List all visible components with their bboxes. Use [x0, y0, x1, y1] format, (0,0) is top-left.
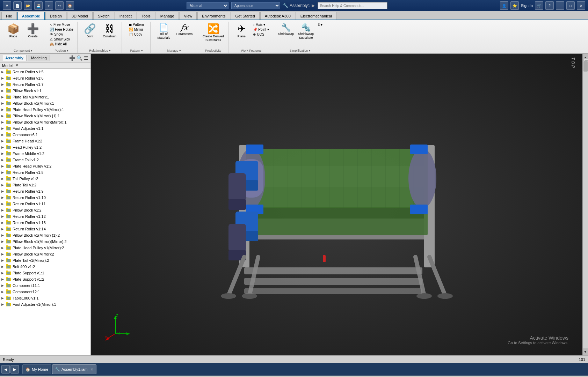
assembly-tab[interactable]: Assembly: [2, 55, 27, 61]
tree-expand-arrow[interactable]: ▶: [1, 83, 6, 86]
appearance-dropdown[interactable]: Appearance: [231, 2, 280, 9]
tree-expand-arrow[interactable]: ▶: [1, 183, 6, 187]
tree-expand-arrow[interactable]: ▶: [1, 215, 6, 218]
open-button[interactable]: 📂: [24, 1, 32, 10]
signin-label[interactable]: Sign In: [521, 3, 533, 8]
constrain-button[interactable]: ⛓ Constrain: [101, 22, 119, 39]
tree-expand-arrow[interactable]: ▶: [1, 284, 6, 287]
pattern-button[interactable]: ◼ Pattern: [128, 22, 145, 27]
tree-expand-arrow[interactable]: ▶: [1, 259, 6, 262]
tab-electromechanical[interactable]: Electromechanical: [296, 12, 336, 20]
tree-item[interactable]: ▶ Plate Head Pulley v1(Mirror):2: [0, 245, 90, 251]
copy-button[interactable]: 📋 Copy: [128, 32, 145, 37]
tree-item[interactable]: ▶ Pillow Block v1(Mirror) {1}:2: [0, 232, 90, 238]
tree-expand-arrow[interactable]: ▶: [1, 271, 6, 275]
tree-expand-arrow[interactable]: ▶: [1, 102, 6, 105]
create-button[interactable]: ➕ Create: [24, 22, 42, 39]
tab-manage[interactable]: Manage: [156, 12, 179, 20]
tree-item[interactable]: ▶ Component12:1: [0, 289, 90, 295]
sidebar-menu-button[interactable]: ☰: [84, 55, 88, 61]
close-button[interactable]: ✕: [577, 1, 585, 10]
tree-expand-arrow[interactable]: ▶: [1, 202, 6, 206]
tree-expand-arrow[interactable]: ▶: [1, 108, 6, 111]
tree-expand-arrow[interactable]: ▶: [1, 120, 6, 124]
tree-expand-arrow[interactable]: ▶: [1, 227, 6, 231]
taskbar-myhome[interactable]: 🏠 My Home: [22, 364, 51, 374]
tree-expand-arrow[interactable]: ▶: [1, 278, 6, 281]
tree-expand-arrow[interactable]: ▶: [1, 221, 6, 224]
tree-item[interactable]: ▶ Return Roller v1:9: [0, 188, 90, 194]
tree-expand-arrow[interactable]: ▶: [1, 240, 6, 243]
tree-expand-arrow[interactable]: ▶: [1, 164, 6, 168]
tree-item[interactable]: ▶ Pillow Block v1(Mirror)(Mirror):2: [0, 238, 90, 245]
cart-icon[interactable]: 🛒: [535, 1, 543, 10]
help-icon[interactable]: ?: [545, 1, 554, 10]
show-sick-button[interactable]: ⚠ Show Sick: [49, 37, 74, 42]
show-button[interactable]: 👁 Show: [49, 32, 74, 37]
tree-expand-arrow[interactable]: ▶: [1, 290, 6, 294]
tree-item[interactable]: ▶ Frame Head v1:2: [0, 138, 90, 144]
canvas-area[interactable]: Z X Y TOP Activate Windows Go to Sett: [91, 54, 582, 355]
tree-expand-arrow[interactable]: ▶: [1, 265, 6, 268]
tree-item[interactable]: ▶ Return Roller v1:13: [0, 220, 90, 226]
redo-button[interactable]: ↪: [55, 1, 64, 10]
tree-item[interactable]: ▶ Plate Head Pulley v1(Mirror):1: [0, 106, 90, 113]
scroll-track[interactable]: [583, 61, 588, 348]
bom-button[interactable]: 📄 Bill ofMaterials: [154, 22, 174, 40]
tab-design[interactable]: Design: [45, 12, 66, 20]
ucs-button[interactable]: ⊕ UCS: [252, 32, 270, 37]
tree-item[interactable]: ▶ Plate Support v1:1: [0, 270, 90, 276]
tree-item[interactable]: ▶ Return Roller v1:7: [0, 81, 90, 88]
tree-item[interactable]: ▶ Return Roller v1:10: [0, 194, 90, 201]
save-button[interactable]: 💾: [34, 1, 43, 10]
tree-item[interactable]: ▶ Return Roller v1:14: [0, 226, 90, 232]
tab-scroll-left[interactable]: ◀: [1, 365, 10, 374]
taskbar-assembly1[interactable]: 🔧 Assembly1.iam ✕: [52, 364, 96, 374]
tab-view[interactable]: View: [180, 12, 197, 20]
tree-expand-arrow[interactable]: ▶: [1, 133, 6, 136]
model-close-icon[interactable]: ✕: [15, 63, 19, 68]
undo-button[interactable]: ↩: [45, 1, 53, 10]
tab-inspect[interactable]: Inspect: [115, 12, 136, 20]
tree-expand-arrow[interactable]: ▶: [1, 190, 6, 193]
place-button[interactable]: 📦 Place: [4, 22, 22, 39]
tree-expand-arrow[interactable]: ▶: [1, 246, 6, 250]
user-icon[interactable]: 👤: [500, 1, 508, 10]
tree-item[interactable]: ▶ Pillow Block v1:1: [0, 88, 90, 94]
tab-file[interactable]: File: [1, 12, 17, 20]
tree-item[interactable]: ▶ Table1000 v1:1: [0, 295, 90, 301]
tree-item[interactable]: ▶ Return Roller v1:11: [0, 201, 90, 207]
new-button[interactable]: 📄: [13, 1, 22, 10]
tree-expand-arrow[interactable]: ▶: [1, 296, 6, 300]
shrinkwrap-button[interactable]: 🔧 Shrinkwrap: [277, 22, 295, 37]
tree-expand-arrow[interactable]: ▶: [1, 196, 6, 199]
tree-item[interactable]: ▶ Plate Tail v1(Mirror):1: [0, 94, 90, 100]
tab-scroll-right[interactable]: ▶: [10, 365, 19, 374]
tree-item[interactable]: ▶ Plate Tail v1(Mirror):2: [0, 257, 90, 264]
tree-expand-arrow[interactable]: ▶: [1, 70, 6, 74]
shrinkwrap-substitute-button[interactable]: 🔩 ShrinkwrapSubstitute: [297, 22, 315, 40]
create-derived-substitutes-button[interactable]: 🔀 Create DerivedSubstitutes: [201, 22, 226, 43]
scroll-thumb[interactable]: [583, 61, 588, 72]
free-move-button[interactable]: ↖ Free Move: [49, 22, 74, 27]
favorites-icon[interactable]: ⭐: [510, 1, 519, 10]
axis-button[interactable]: ↕ Axis ▾: [252, 22, 270, 27]
canvas-scrollbar[interactable]: ▲ ▼: [582, 54, 588, 355]
tree-expand-arrow[interactable]: ▶: [1, 177, 6, 180]
tree-item[interactable]: ▶ Pillow Block v1(Mirror):1: [0, 100, 90, 106]
tree-expand-arrow[interactable]: ▶: [1, 95, 6, 99]
tree-expand-arrow[interactable]: ▶: [1, 158, 6, 162]
hide-all-button[interactable]: 🙈 Hide All: [49, 42, 74, 46]
tree-item[interactable]: ▶ Plate Head Pulley v1:2: [0, 163, 90, 169]
tree-item[interactable]: ▶ Pillow Block v1(Mirror):2: [0, 251, 90, 257]
tree-item[interactable]: ▶ Pillow Block v1(Mirror) {1}:1: [0, 113, 90, 119]
tab-sketch[interactable]: Sketch: [93, 12, 114, 20]
tree-item[interactable]: ▶ Head Pulley v1:2: [0, 144, 90, 150]
tree-item[interactable]: ▶ Tail Pulley v1:2: [0, 176, 90, 182]
plane-button[interactable]: ✈ Plane: [232, 22, 251, 39]
sidebar-add-button[interactable]: ➕: [69, 55, 75, 61]
tree-item[interactable]: ▶ Return Roller v1:6: [0, 75, 90, 81]
tree-item[interactable]: ▶ Frame Middle v1:2: [0, 150, 90, 157]
tree-item[interactable]: ▶ Plate Support v1:2: [0, 276, 90, 282]
tree-expand-arrow[interactable]: ▶: [1, 303, 6, 306]
